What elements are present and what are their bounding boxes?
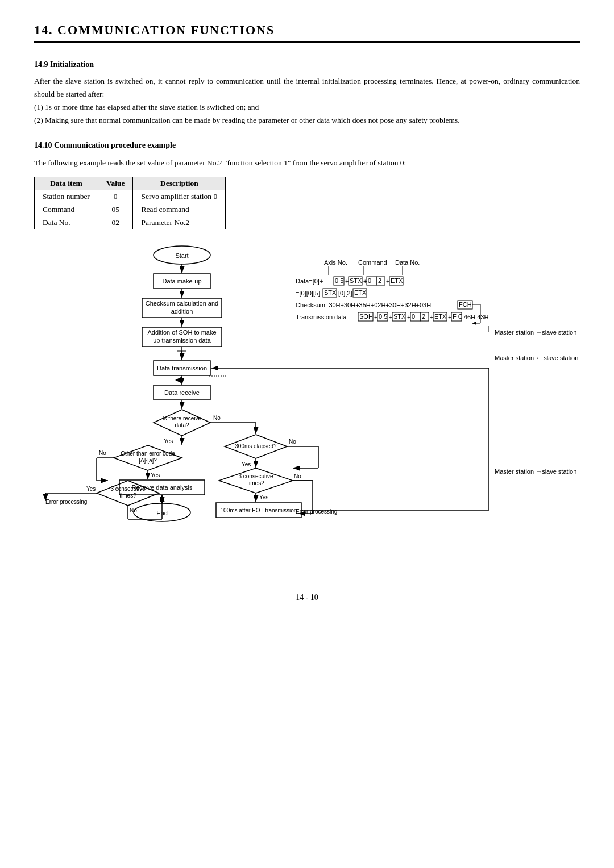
data-table: Data item Value Description Station numb… [34, 177, 226, 229]
axis-no-label: Axis No. [324, 259, 347, 266]
svg-text:+: + [374, 314, 377, 320]
yes-label-3: Yes [164, 438, 173, 444]
consec3b-label2: times? [119, 493, 136, 499]
svg-text:2: 2 [422, 313, 425, 320]
table-row: Command 05 Read command [35, 203, 226, 216]
svg-text:+: + [389, 314, 392, 320]
svg-text:+: + [363, 278, 367, 285]
checksum-label2: addition [171, 308, 193, 315]
soh-label1: Addition of SOH to make [147, 329, 216, 336]
cell-desc-1: Servo amplifier station 0 [133, 190, 226, 203]
svg-text:2: 2 [378, 277, 381, 284]
data-trans-label: Data transmission [157, 365, 207, 372]
error-code-label2: [A]·[a]? [139, 457, 157, 464]
checksum-formula: Checksum=30H+30H+35H+02H+30H+32H+03H= [296, 302, 435, 308]
eot-label: 100ms after EOT transmission [221, 507, 297, 514]
left-arrow-indicator [175, 377, 182, 383]
svg-text:ETX: ETX [391, 277, 403, 284]
page-title: 14. COMMUNICATION FUNCTIONS [34, 23, 580, 37]
no-label-4: No [99, 450, 106, 456]
page-footer: 14 - 10 [34, 593, 580, 602]
page-header: 14. COMMUNICATION FUNCTIONS [34, 23, 580, 43]
cell-value-3: 02 [98, 216, 133, 229]
data-no-label: Data No. [395, 259, 420, 266]
no-label-5-label: No [130, 507, 137, 514]
svg-text:0·5: 0·5 [379, 313, 387, 320]
svg-text:STX: STX [324, 289, 337, 296]
table-header-row: Data item Value Description [35, 177, 226, 190]
consec3b-label1: 3 consecutive [110, 486, 146, 492]
svg-text:0·5: 0·5 [335, 277, 343, 284]
svg-text:+: + [407, 314, 410, 320]
table-row: Station number 0 Servo amplifier station… [35, 190, 226, 203]
checksum-label1: Checksum calculation and [146, 300, 218, 307]
section-149: 14.9 Initialization After the slave stat… [34, 60, 580, 127]
cell-desc-2: Read command [133, 203, 226, 216]
svg-text:F C: F C [453, 313, 463, 320]
flowchart-svg: Axis No. Command Data No. Data=[0]+ 0·5 … [34, 241, 580, 559]
yes-label-2: Yes [259, 494, 268, 500]
svg-text:+: + [430, 314, 433, 320]
elapsed-label: 300ms elapsed? [235, 443, 277, 449]
no-label-2: No [289, 439, 296, 445]
col-header-desc: Description [133, 177, 226, 190]
svg-text:SOH: SOH [359, 313, 373, 320]
svg-text:0: 0 [412, 313, 415, 320]
svg-text:0: 0 [368, 277, 371, 284]
section-149-item1: (1) 1s or more time has elapsed after th… [34, 101, 580, 114]
svg-text:STX: STX [393, 313, 406, 320]
yes-label-5: Yes [86, 486, 96, 492]
master-slave-1: Master station →slave station [495, 329, 576, 336]
svg-text:STX: STX [350, 277, 362, 284]
cell-item-3: Data No. [35, 216, 98, 229]
data-receive-label: Data receive [164, 389, 200, 396]
consec3a-label2: times? [247, 480, 264, 486]
yes-label-4: Yes [151, 472, 160, 478]
no-label-1: No [213, 415, 221, 421]
no-label-3: No [294, 473, 301, 479]
master-slave-2: Master station →slave station [495, 468, 576, 475]
cell-item-2: Command [35, 203, 98, 216]
section-149-item2: (2) Making sure that normal communicatio… [34, 114, 580, 127]
section-149-para1: After the slave station is switched on, … [34, 75, 580, 101]
flowchart-area: Axis No. Command Data No. Data=[0]+ 0·5 … [34, 241, 580, 559]
data-formula2: =[0][0][5] [296, 290, 320, 297]
col-header-value: Value [98, 177, 133, 190]
error-proc1-label: Error processing [45, 499, 87, 505]
receive-check-label1: Is there receive [163, 415, 202, 422]
slave-master: Master station ← slave station [495, 354, 578, 361]
start-label: Start [175, 252, 188, 259]
svg-text:46H  43H: 46H 43H [464, 314, 488, 320]
section-1410-intro: The following example reads the set valu… [34, 157, 580, 170]
col-header-item: Data item [35, 177, 98, 190]
svg-text:+: + [386, 278, 389, 285]
error-code-label1: Other than error code [121, 450, 175, 457]
cell-desc-3: Parameter No.2 [133, 216, 226, 229]
cell-value-1: 0 [98, 190, 133, 203]
cell-value-2: 05 [98, 203, 133, 216]
svg-text:+: + [448, 314, 451, 320]
svg-text:+: + [345, 278, 349, 285]
section-1410: 14.10 Communication procedure example Th… [34, 141, 580, 229]
table-row: Data No. 02 Parameter No.2 [35, 216, 226, 229]
svg-text:ETX: ETX [354, 289, 367, 296]
yes-label-1: Yes [242, 461, 251, 468]
svg-text:[0][2]: [0][2] [338, 290, 352, 297]
section-149-title: 14.9 Initialization [34, 60, 580, 69]
data-formula: Data=[0]+ [296, 278, 323, 285]
page-number: 14 - 10 [296, 593, 318, 602]
svg-text:FCH: FCH [459, 301, 472, 308]
soh-label2: up transmission data [153, 337, 211, 344]
section-1410-title: 14.10 Communication procedure example [34, 141, 580, 150]
data-makeup-label: Data make-up [162, 278, 201, 285]
svg-text:ETX: ETX [434, 313, 447, 320]
command-label: Command [358, 259, 387, 266]
trans-data: Transmission data= [296, 314, 350, 320]
receive-check-label2: data? [175, 422, 189, 428]
cell-item-1: Station number [35, 190, 98, 203]
consec3a-label1: 3 consecutive [238, 473, 273, 479]
